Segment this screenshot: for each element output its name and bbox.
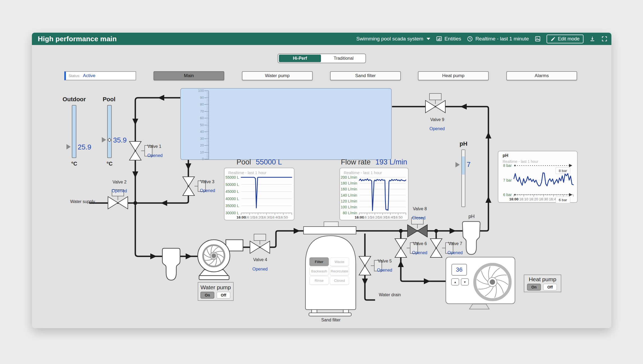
valve-name-4: Valve 4 — [253, 257, 267, 262]
project-selector[interactable]: Swimming pool scada system — [356, 36, 430, 42]
view-tabs: Hi-Perf Traditional — [278, 54, 366, 63]
nav-button-sand-filter[interactable]: Sand filter — [330, 71, 401, 80]
flow-chart-panel: Realtime - last 1 hour 200 L/min180 L/mi… — [339, 168, 409, 220]
page-title: High performance main — [38, 35, 117, 43]
mode-button-waste[interactable]: Waste — [330, 257, 349, 266]
ph-chart: 8 bar7 bar6 bar16:0016:1016:2016:3016:40… — [498, 151, 578, 204]
svg-text:6 bar: 6 bar — [503, 193, 512, 197]
svg-text:35000 L: 35000 L — [225, 204, 239, 208]
sand-filter-label: Sand filter — [320, 318, 342, 322]
pencil-icon — [551, 36, 556, 42]
tab-traditional[interactable]: Traditional — [323, 55, 365, 62]
heat-pump-off-button[interactable]: Off — [543, 284, 557, 291]
valve-name-2: Valve 2 — [113, 180, 126, 185]
valve-status-9: Opened — [429, 126, 445, 131]
outdoor-pointer-icon — [66, 144, 71, 149]
water-pump-off-button[interactable]: Off — [216, 292, 230, 299]
water-pump-on-button[interactable]: On — [200, 292, 214, 299]
valve-status-5: Opened — [377, 268, 392, 273]
nav-button-main[interactable]: Main — [154, 71, 224, 80]
svg-text:100 L/min: 100 L/min — [341, 205, 357, 209]
svg-text:45000 L: 45000 L — [225, 189, 239, 194]
scada-stage: High performance main Swimming pool scad… — [0, 0, 643, 364]
ph-gauge-label: pH — [457, 140, 470, 147]
svg-text:16:20: 16:20 — [253, 215, 263, 219]
nav-button-heat-pump[interactable]: Heat pump — [418, 71, 489, 80]
edit-mode-button[interactable]: Edit mode — [547, 35, 584, 43]
valve-name-7: Valve 7 — [448, 241, 462, 246]
setpoint-up-button[interactable]: ▲ — [451, 278, 459, 286]
water-supply-label: Water supply — [70, 199, 95, 204]
svg-text:30000 L: 30000 L — [225, 211, 239, 215]
svg-text:7 bar: 7 bar — [503, 178, 512, 182]
svg-text:8 bar: 8 bar — [559, 169, 567, 173]
tab-hi-perf[interactable]: Hi-Perf — [279, 55, 321, 62]
valve-status-6: Opened — [412, 250, 427, 255]
svg-text:16:30: 16:30 — [539, 197, 548, 201]
heat-pump-on-button[interactable]: On — [527, 284, 541, 291]
svg-text:16:00: 16:00 — [237, 215, 246, 219]
water-drain-label: Water drain — [379, 292, 401, 297]
svg-text:16:50: 16:50 — [394, 215, 403, 219]
mode-button-rinse[interactable]: Rinse — [309, 276, 329, 285]
status-field[interactable]: Status: Active — [64, 71, 136, 80]
status-label: Status: — [69, 74, 80, 78]
nav-button-water-pump[interactable]: Water pump — [242, 71, 313, 80]
svg-text:16:20: 16:20 — [529, 197, 538, 201]
pool-thermometer — [107, 105, 112, 158]
outdoor-temp-value: 25.9 — [78, 143, 91, 151]
ph-chart-panel: pH Realtime - last 1 hour 8 bar7 bar6 ba… — [498, 151, 578, 203]
setpoint-down-button[interactable]: ▼ — [461, 278, 469, 286]
nav-button-alarms[interactable]: Alarms — [506, 71, 577, 80]
entities-button[interactable]: Entities — [436, 36, 461, 42]
valve-symbol-8[interactable] — [407, 217, 428, 238]
svg-text:16:40: 16:40 — [270, 215, 279, 219]
mode-button-filter[interactable]: Filter — [309, 257, 329, 266]
valve-status-7: Opened — [447, 250, 463, 255]
svg-text:180 L/min: 180 L/min — [341, 181, 357, 185]
status-value: Active — [83, 73, 95, 78]
mode-button-closed[interactable]: Closed — [330, 276, 349, 285]
svg-text:200 L/min: 200 L/min — [341, 175, 357, 179]
heat-pump-panel-title: Heat pump — [524, 276, 561, 283]
flow-rate-readout: Flow rate 193 L/min — [336, 158, 412, 166]
svg-text:16:00: 16:00 — [509, 197, 519, 201]
mode-button-backwash[interactable]: Backwash — [309, 267, 329, 275]
svg-text:16:50: 16:50 — [279, 215, 288, 219]
valve-status-2: Opened — [112, 189, 127, 193]
valve-status-3: Opened — [200, 188, 215, 193]
svg-text:140 L/min: 140 L/min — [341, 193, 357, 197]
valve-name-6: Valve 6 — [413, 241, 427, 246]
valve-name-3: Valve 3 — [200, 179, 214, 184]
pool-pointer-icon — [102, 137, 106, 142]
valve-name-5: Valve 5 — [378, 259, 392, 264]
ph-vessel-label: pH — [465, 214, 478, 219]
valve-symbol-9[interactable] — [425, 93, 446, 114]
water-pump-panel-title: Water pump — [198, 284, 233, 291]
heat-pump-setpoint[interactable]: 36 — [451, 264, 467, 276]
valve-name-8: Valve 8 — [413, 207, 427, 211]
mode-button-recirculate[interactable]: Recirculate — [330, 267, 349, 275]
svg-text:120 L/min: 120 L/min — [341, 199, 357, 203]
outdoor-thermometer — [72, 105, 76, 158]
svg-text:80 L/min: 80 L/min — [343, 211, 357, 215]
fullscreen-button[interactable] — [601, 36, 608, 42]
valve-symbol-4[interactable] — [250, 234, 270, 255]
svg-text:16:10: 16:10 — [245, 215, 254, 219]
pool-volume-readout: Pool 55000 L — [224, 158, 294, 166]
fullscreen-icon — [601, 36, 608, 42]
ph-gauge — [461, 149, 465, 207]
svg-text:16:30: 16:30 — [262, 215, 271, 219]
water-pump-panel: Water pump On Off — [198, 282, 234, 301]
heat-pump-fan — [472, 261, 513, 303]
entities-icon — [436, 36, 442, 42]
background-image-button[interactable] — [534, 36, 541, 42]
download-button[interactable] — [589, 36, 596, 42]
heat-pump-panel: Heat pump On Off — [524, 275, 561, 292]
realtime-range-button[interactable]: Realtime - last 1 minute — [467, 36, 529, 42]
svg-text:50000 L: 50000 L — [225, 182, 239, 187]
svg-text:40000 L: 40000 L — [225, 197, 239, 201]
ph-value: 7 — [467, 160, 470, 169]
download-icon — [589, 36, 596, 42]
svg-text:6 bar: 6 bar — [559, 198, 567, 202]
